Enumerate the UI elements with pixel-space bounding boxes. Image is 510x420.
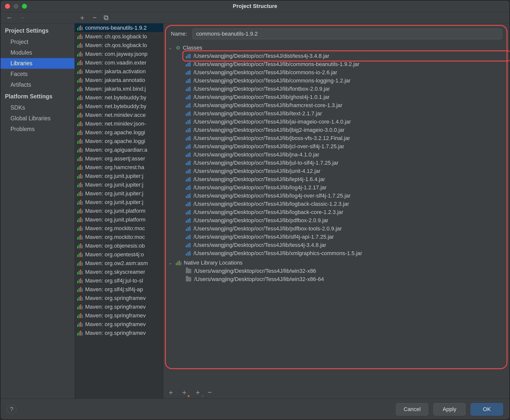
add-url-icon[interactable]: ＋◉ [181,388,188,397]
library-list-item[interactable]: Maven: org.junit.jupiter:j [75,198,163,207]
library-list-item[interactable]: Maven: org.springframev [75,320,163,329]
library-list-item[interactable]: Maven: org.apache.loggi [75,128,163,137]
library-list-item[interactable]: Maven: org.hamcrest:ha [75,163,163,172]
add-root-icon[interactable]: ＋ [167,388,174,397]
sidebar-item-problems[interactable]: Problems [0,124,74,135]
help-button[interactable]: ? [7,405,16,414]
tree-item[interactable]: /Users/wangjing/Desktop/ocr/Tess4J/lib/j… [168,142,507,150]
sidebar-item-project[interactable]: Project [0,37,74,47]
library-list-label: Maven: org.junit.jupiter:j [85,190,143,197]
library-list-item[interactable]: Maven: org.slf4j:slf4j-ap [75,285,163,294]
library-list-item[interactable]: Maven: org.springframev [75,302,163,311]
add-from-maven-icon[interactable]: ＋▪ [194,388,201,397]
library-list-item[interactable]: Maven: org.junit.jupiter:j [75,172,163,180]
tree-item[interactable]: /Users/wangjing/Desktop/ocr/Tess4J/lib/l… [168,208,507,216]
sidebar-item-libraries[interactable]: Libraries [0,58,74,69]
tree-item[interactable]: /Users/wangjing/Desktop/ocr/Tess4J/lib/f… [168,85,507,93]
library-list-item[interactable]: Maven: org.mockito:moc [75,233,163,241]
project-structure-window: Project Structure ← → ＋ − ⧉ Project Sett… [0,0,510,420]
tree-item[interactable]: /Users/wangjing/Desktop/ocr/Tess4J/lib/s… [168,233,507,241]
cancel-button[interactable]: Cancel [396,403,428,416]
library-list-item[interactable]: Maven: net.minidev:acce [75,111,163,119]
library-list-item[interactable]: Maven: org.assertj:asser [75,154,163,163]
library-list-item[interactable]: Maven: org.ow2.asm:asm [75,259,163,268]
library-list-item[interactable]: Maven: jakarta.activation [75,67,163,76]
jar-icon [186,194,191,198]
tree-item[interactable]: /Users/wangjing/Desktop/ocr/Tess4J/lib/j… [168,167,507,175]
library-list-item[interactable]: Maven: org.objenesis:ob [75,241,163,250]
library-list-item[interactable]: Maven: org.junit.jupiter:j [75,189,163,198]
tree-item[interactable]: /Users/wangjing/Desktop/ocr/Tess4J/lib/p… [168,224,507,233]
tree-item[interactable]: /Users/wangjing/Desktop/ocr/Tess4J/lib/l… [168,183,507,192]
tree-group-header[interactable]: ⌄⚙Classes [168,44,507,52]
library-list-item[interactable]: Maven: org.apache.loggi [75,137,163,145]
back-icon[interactable]: ← [6,14,13,21]
library-list-item[interactable]: Maven: org.skyscreamer [75,268,163,276]
maximize-icon[interactable] [22,4,27,9]
library-list-item[interactable]: Maven: ch.qos.logback:lo [75,32,163,41]
library-list-item[interactable]: Maven: com.vaadin.exter [75,58,163,67]
tree-item[interactable]: /Users/wangjing/Desktop/ocr/Tess4J/lib/j… [168,126,507,134]
tree-item[interactable]: /Users/wangjing/Desktop/ocr/Tess4J/lib/p… [168,216,507,224]
tree-item[interactable]: /Users/wangjing/Desktop/ocr/Tess4J/lib/i… [168,109,507,118]
library-list-item[interactable]: commons-beanutils-1.9.2 [75,23,163,32]
tree-group-header[interactable]: ⌄Native Library Locations [168,259,507,267]
library-list-item[interactable]: Maven: org.junit.jupiter:j [75,180,163,189]
library-list-label: Maven: org.hamcrest:ha [85,164,144,171]
library-list-entries[interactable]: commons-beanutils-1.9.2Maven: ch.qos.log… [75,23,163,399]
tree-item[interactable]: /Users/wangjing/Desktop/ocr/Tess4J/lib/l… [168,200,507,208]
library-name-input[interactable] [192,28,502,39]
library-list-item[interactable]: Maven: org.junit.platform [75,215,163,224]
library-list-item[interactable]: Maven: org.junit.platform [75,207,163,215]
library-list-item[interactable]: Maven: net.minidev:json- [75,119,163,128]
tree-item[interactable]: /Users/wangjing/Desktop/ocr/Tess4J/dist/… [168,52,507,60]
sidebar-item-modules[interactable]: Modules [0,47,74,58]
tree-item[interactable]: /Users/wangjing/Desktop/ocr/Tess4J/lib/j… [168,159,507,167]
copy-icon[interactable]: ⧉ [104,14,109,21]
sidebar-item-global-libraries[interactable]: Global Libraries [0,113,74,124]
ok-button[interactable]: OK [471,403,503,416]
tree-item[interactable]: /Users/wangjing/Desktop/ocr/Tess4J/lib/l… [168,175,507,183]
tree-item[interactable]: /Users/wangjing/Desktop/ocr/Tess4J/lib/c… [168,76,507,85]
apply-button[interactable]: Apply [433,403,466,416]
tree-item[interactable]: /Users/wangjing/Desktop/ocr/Tess4J/lib/c… [168,60,507,68]
library-list-label: Maven: org.opentest4j:o [85,251,144,258]
library-list-item[interactable]: Maven: jakarta.xml.bind:j [75,84,163,93]
library-list-item[interactable]: Maven: org.mockito:moc [75,224,163,233]
sidebar-item-sdks[interactable]: SDKs [0,102,74,113]
library-list-item[interactable]: Maven: org.apiguardian:a [75,145,163,154]
tree-item[interactable]: /Users/wangjing/Desktop/ocr/Tess4J/lib/g… [168,93,507,101]
tree-item[interactable]: /Users/wangjing/Desktop/ocr/Tess4J/lib/j… [168,150,507,159]
library-list-item[interactable]: Maven: jakarta.annotatio [75,76,163,84]
library-list-item[interactable]: Maven: org.springframev [75,311,163,320]
tree-item[interactable]: /Users/wangjing/Desktop/ocr/Tess4J/lib/w… [168,275,507,283]
tree-item[interactable]: /Users/wangjing/Desktop/ocr/Tess4J/lib/h… [168,101,507,109]
folder-icon [186,277,191,281]
library-contents-tree[interactable]: ⌄⚙Classes/Users/wangjing/Desktop/ocr/Tes… [163,42,510,386]
forward-icon[interactable]: → [18,14,25,21]
tree-item[interactable]: /Users/wangjing/Desktop/ocr/Tess4J/lib/j… [168,118,507,126]
library-icon [77,191,83,196]
library-list-item[interactable]: Maven: org.springframev [75,294,163,302]
library-list-item[interactable]: Maven: net.bytebuddy:by [75,102,163,111]
library-list-item[interactable]: Maven: org.opentest4j:o [75,250,163,259]
close-icon[interactable] [5,4,10,9]
tree-item[interactable]: /Users/wangjing/Desktop/ocr/Tess4J/lib/w… [168,267,507,275]
tree-item[interactable]: /Users/wangjing/Desktop/ocr/Tess4J/lib/j… [168,134,507,142]
tree-item-path: /Users/wangjing/Desktop/ocr/Tess4J/lib/j… [193,127,345,133]
tree-item[interactable]: /Users/wangjing/Desktop/ocr/Tess4J/lib/t… [168,241,507,249]
remove-icon[interactable]: − [93,14,97,21]
library-list-item[interactable]: Maven: net.bytebuddy:by [75,93,163,102]
sidebar-item-artifacts[interactable]: Artifacts [0,79,74,90]
tree-item[interactable]: /Users/wangjing/Desktop/ocr/Tess4J/lib/l… [168,192,507,200]
library-list-item[interactable]: Maven: com.jayway.jsonp [75,50,163,58]
library-list-item[interactable]: Maven: ch.qos.logback:lo [75,41,163,50]
library-list-item[interactable]: Maven: org.springframev [75,329,163,337]
remove-root-icon[interactable]: − [208,388,212,396]
minimize-icon[interactable] [13,4,18,9]
library-list-item[interactable]: Maven: org.slf4j:jul-to-sl [75,276,163,285]
tree-item[interactable]: /Users/wangjing/Desktop/ocr/Tess4J/lib/c… [168,68,507,76]
add-icon[interactable]: ＋ [79,14,86,21]
sidebar-item-facets[interactable]: Facets [0,69,74,79]
tree-item[interactable]: /Users/wangjing/Desktop/ocr/Tess4J/lib/x… [168,249,507,257]
